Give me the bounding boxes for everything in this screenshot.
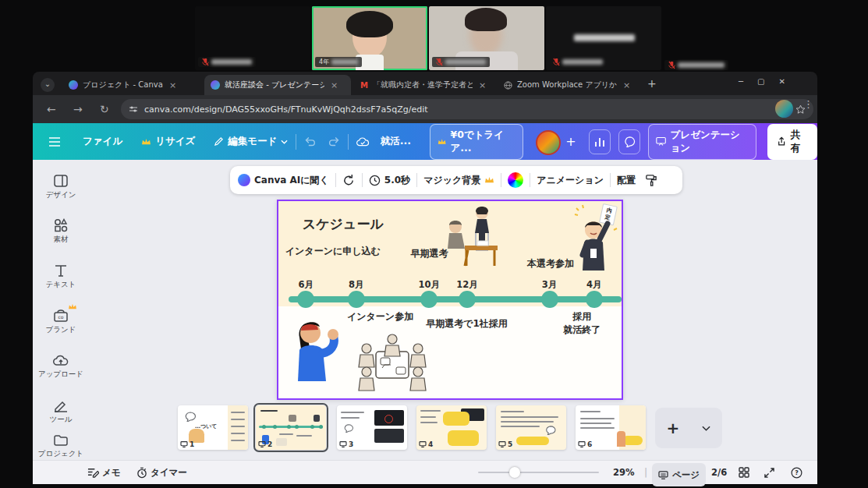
label-hired-end[interactable]: 採用就活終了 <box>563 310 601 337</box>
animation-button[interactable]: アニメーション <box>537 174 604 187</box>
participant-hair <box>346 11 393 37</box>
comments-button[interactable] <box>618 129 640 154</box>
participant-tile-1[interactable] <box>195 6 310 70</box>
undo-icon[interactable] <box>304 136 316 147</box>
tab-canva-projects[interactable]: プロジェクト - Canva × <box>62 75 206 95</box>
timeline-dot[interactable] <box>586 291 603 308</box>
timeline-dot[interactable] <box>459 291 476 308</box>
sidebar-item-uploads[interactable]: アップロード <box>33 354 89 380</box>
label-early-selection[interactable]: 早期選考 <box>410 247 448 260</box>
magic-background-button[interactable]: マジック背景 <box>423 174 494 187</box>
participant-label <box>549 57 607 67</box>
notes-button[interactable]: メモ <box>87 461 121 484</box>
ask-canva-ai-button[interactable]: Canva AIに聞く <box>238 174 329 187</box>
doc-title[interactable]: 就活... <box>381 135 411 148</box>
sidebar-item-elements[interactable]: 素材 <box>33 218 89 245</box>
zoom-level[interactable]: 29% <box>613 461 635 484</box>
meeting-group-illustration[interactable] <box>356 331 429 394</box>
account-avatar[interactable] <box>536 130 559 154</box>
zoom-slider[interactable] <box>478 472 599 473</box>
timeline-dot[interactable] <box>297 291 314 308</box>
label-main-selection[interactable]: 本選考参加 <box>527 257 574 271</box>
paint-roller-icon[interactable] <box>645 174 657 186</box>
sidebar-item-projects[interactable]: プロジェクト <box>33 434 89 459</box>
sidebar-item-text[interactable]: テキスト <box>33 263 89 290</box>
interview-illustration[interactable] <box>443 205 502 269</box>
zoom-slider-handle[interactable] <box>509 467 520 478</box>
canva-top-toolbar: ファイル リサイズ 編集モード 就活... ¥0でトライア... <box>33 123 817 160</box>
site-settings-icon[interactable] <box>129 104 138 114</box>
browser-profile-avatar[interactable] <box>775 100 793 118</box>
redo-icon[interactable] <box>328 136 340 147</box>
timeline-dot[interactable] <box>348 291 365 308</box>
draw-tool-icon <box>53 399 69 412</box>
timeline-month[interactable]: 6月 <box>298 279 314 291</box>
timeline-line[interactable] <box>289 296 622 302</box>
sidebar-item-design[interactable]: デザイン <box>33 174 89 200</box>
share-button[interactable]: 共有 <box>767 124 817 160</box>
main-menu-button[interactable] <box>48 137 61 147</box>
resize-button[interactable]: リサイズ <box>141 135 195 148</box>
back-button[interactable]: ← <box>47 95 56 123</box>
thumbnail-page-4[interactable]: 4 <box>416 405 487 450</box>
tab-close-icon[interactable]: × <box>331 80 338 90</box>
fullscreen-button[interactable] <box>764 461 774 484</box>
new-tab-button[interactable]: + <box>647 77 657 90</box>
participant-tile-4[interactable] <box>546 6 661 70</box>
window-maximize[interactable]: ▢ <box>757 77 778 86</box>
slide-canvas[interactable]: スケジュール インターンに申し込む 早期選考 本選考参加 <box>277 200 623 400</box>
timeline-month[interactable]: 3月 <box>542 279 558 291</box>
edit-mode-button[interactable]: 編集モード <box>214 135 288 148</box>
regenerate-icon[interactable] <box>342 174 356 186</box>
thumbnail-page-6[interactable]: 6 <box>576 405 646 450</box>
timeline-month[interactable]: 8月 <box>349 279 364 291</box>
tab-close-icon[interactable]: × <box>169 80 176 90</box>
participant-tile-2-active-speaker[interactable]: 4年 <box>312 6 427 70</box>
timeline-month[interactable]: 12月 <box>456 279 478 291</box>
browser-menu-icon[interactable]: ⋮ <box>803 98 813 110</box>
slide-title[interactable]: スケジュール <box>303 215 384 233</box>
color-wheel-icon[interactable] <box>508 172 523 188</box>
address-bar[interactable]: canva.com/design/DAG55xxoGHs/FTnuKvWjQqh… <box>121 99 813 119</box>
tab-zoom-workplace[interactable]: Zoom Workplace アプリから参加 × <box>498 75 652 95</box>
label-intern-join[interactable]: インターン参加 <box>347 310 413 324</box>
duration-button[interactable]: 5.0秒 <box>369 174 410 187</box>
trial-button[interactable]: ¥0でトライア... <box>430 124 523 160</box>
timeline-dot[interactable] <box>541 291 558 308</box>
timer-button[interactable]: タイマー <box>136 461 187 484</box>
grid-view-button[interactable] <box>739 461 749 484</box>
flexing-person-illustration[interactable] <box>289 316 345 391</box>
forward-button[interactable]: → <box>73 95 83 123</box>
thumbnail-page-1[interactable]: …ついて 1 <box>178 405 248 450</box>
label-intern-apply[interactable]: インターンに申し込む <box>285 245 381 258</box>
gmail-icon: M <box>360 81 368 90</box>
timeline-month[interactable]: 10月 <box>418 279 440 291</box>
presentation-mode-button[interactable]: プレゼンテーション <box>648 124 756 160</box>
page-view-button[interactable]: ページ <box>652 463 706 486</box>
job-offer-person-illustration[interactable]: 内定 <box>572 203 620 274</box>
timeline-dot[interactable] <box>420 291 438 308</box>
add-member-button[interactable]: + <box>565 134 576 149</box>
thumbnail-page-2-selected[interactable]: 2 <box>256 405 326 450</box>
reload-button[interactable]: ↻ <box>100 95 109 123</box>
tab-gmail[interactable]: M 「就職内定者・進学予定者との座... × <box>354 75 501 95</box>
position-button[interactable]: 配置 <box>617 174 636 187</box>
sidebar-item-tools[interactable]: ツール <box>33 399 89 425</box>
thumbnail-page-3[interactable]: 3 <box>337 405 407 450</box>
window-minimize[interactable]: ─ <box>739 77 757 86</box>
thumbnail-page-5[interactable]: 5 <box>496 405 566 450</box>
timeline-month[interactable]: 4月 <box>586 279 602 291</box>
help-button[interactable]: ? <box>791 461 802 484</box>
participant-tile-3[interactable] <box>429 6 544 70</box>
window-close[interactable]: ✕ <box>778 77 799 86</box>
expand-pages-chevron[interactable] <box>702 426 710 431</box>
tab-presentation-active[interactable]: 就活座談会 - プレゼンテーション × <box>204 75 351 95</box>
sidebar-item-brand[interactable]: co ブランド <box>33 309 89 335</box>
add-page-button[interactable]: + <box>667 419 680 437</box>
file-menu-button[interactable]: ファイル <box>83 135 122 148</box>
tab-close-icon[interactable]: × <box>623 80 630 90</box>
tab-close-icon[interactable]: × <box>479 80 486 90</box>
insights-button[interactable] <box>589 129 611 154</box>
tab-search-chevron[interactable]: ⌄ <box>41 78 55 92</box>
label-early-offer[interactable]: 早期選考で1社採用 <box>426 317 508 331</box>
